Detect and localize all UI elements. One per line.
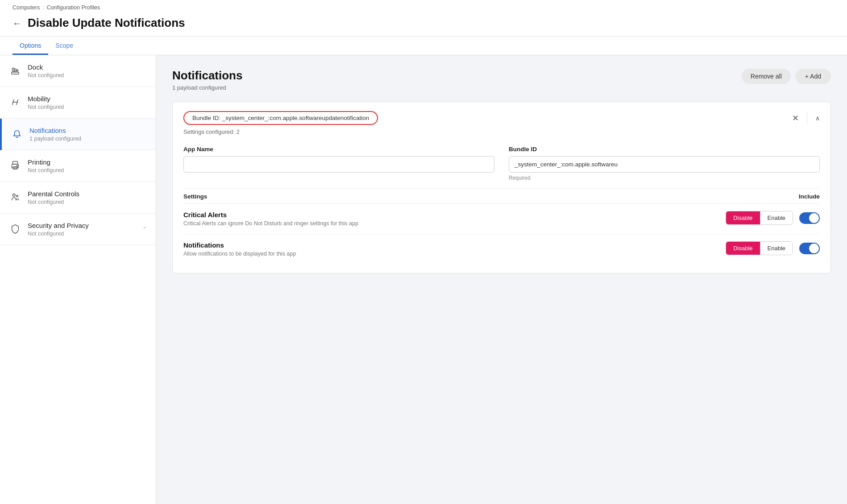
critical-alerts-row: Critical Alerts Critical Alerts can igno… — [183, 203, 820, 234]
required-text: Required — [509, 175, 820, 181]
notifications-toggle-knob — [809, 244, 819, 253]
breadcrumb-separator: : — [42, 4, 44, 11]
security-subtitle: Not configured — [28, 231, 136, 237]
toggle-knob — [809, 213, 819, 223]
svg-rect-1 — [12, 68, 14, 71]
header: Computers : Configuration Profiles ← Dis… — [0, 0, 847, 37]
form-row: App Name Bundle ID Required — [183, 142, 820, 181]
section-title-block: Notifications 1 payload configured — [172, 69, 242, 91]
add-button[interactable]: + Add — [795, 69, 831, 84]
notifications-toggle[interactable] — [799, 243, 820, 254]
svg-rect-3 — [17, 70, 18, 71]
title-row: ← Disable Update Notifications — [12, 13, 835, 36]
settings-count: Settings configured: 2 — [183, 128, 820, 135]
parental-controls-item-text: Parental Controls Not configured — [28, 190, 147, 205]
tab-options[interactable]: Options — [12, 37, 48, 55]
bundle-id-group: Bundle ID Required — [509, 146, 820, 181]
sidebar-item-mobility[interactable]: Mobility Not configured — [0, 87, 156, 119]
bundle-id-label: Bundle ID — [509, 146, 820, 153]
section-subtitle: 1 payload configured — [172, 84, 242, 91]
svg-point-12 — [17, 195, 18, 197]
breadcrumb: Computers : Configuration Profiles — [12, 0, 835, 13]
critical-alerts-title: Critical Alerts — [183, 211, 726, 219]
svg-rect-0 — [12, 72, 19, 74]
notifications-disable-button[interactable]: Disable — [726, 242, 760, 255]
sidebar-item-printing[interactable]: Printing Not configured — [0, 150, 156, 182]
app-name-label: App Name — [183, 146, 494, 153]
printing-subtitle: Not configured — [28, 167, 147, 174]
notifications-title: Notifications — [29, 127, 147, 134]
sidebar-item-dock[interactable]: Dock Not configured — [0, 55, 156, 87]
notifications-setting-inner: Notifications Allow notifications to be … — [183, 241, 820, 257]
dock-subtitle: Not configured — [28, 72, 147, 78]
printing-title: Printing — [28, 158, 147, 166]
section-header: Notifications 1 payload configured Remov… — [172, 69, 831, 91]
mobility-item-text: Mobility Not configured — [28, 95, 147, 110]
tab-scope[interactable]: Scope — [48, 37, 80, 55]
dock-item-text: Dock Not configured — [28, 63, 147, 78]
settings-table-header: Settings Include — [183, 188, 820, 203]
parental-controls-subtitle: Not configured — [28, 199, 147, 205]
critical-alerts-disable-button[interactable]: Disable — [726, 211, 760, 224]
parental-controls-icon — [9, 191, 21, 203]
mobility-title: Mobility — [28, 95, 147, 103]
sidebar: Dock Not configured Mobility Not configu… — [0, 55, 156, 504]
sidebar-item-parental-controls[interactable]: Parental Controls Not configured — [0, 182, 156, 214]
critical-alerts-enable-button[interactable]: Enable — [760, 211, 793, 224]
breadcrumb-computers: Computers — [12, 4, 40, 11]
notifications-setting-right: Disable Enable — [726, 241, 820, 255]
section-title: Notifications — [172, 69, 242, 83]
sidebar-item-security-privacy[interactable]: Security and Privacy Not configured ⌄ — [0, 214, 156, 245]
critical-alerts-inner: Critical Alerts Critical Alerts can igno… — [183, 211, 820, 227]
payload-card: Bundle ID: _system_center_:com.apple.sof… — [172, 102, 831, 273]
notifications-item-text: Notifications 1 payload configured — [29, 127, 147, 142]
notifications-setting-row: Notifications Allow notifications to be … — [183, 234, 820, 264]
tabs-bar: Options Scope — [0, 37, 847, 55]
notifications-setting-desc: Allow notifications to be displayed for … — [183, 251, 726, 257]
close-icon[interactable]: ✕ — [792, 113, 799, 123]
svg-point-10 — [17, 165, 18, 166]
settings-col-label: Settings — [183, 193, 207, 200]
bundle-id-input[interactable] — [509, 156, 820, 173]
mobility-subtitle: Not configured — [28, 104, 147, 110]
svg-rect-2 — [14, 69, 16, 71]
security-icon — [9, 223, 21, 235]
chevron-up-icon[interactable]: ∧ — [815, 115, 820, 122]
main-layout: Dock Not configured Mobility Not configu… — [0, 55, 847, 504]
critical-alerts-dis-en-group: Disable Enable — [726, 211, 793, 225]
critical-alerts-toggle[interactable] — [799, 212, 820, 224]
notifications-setting-title: Notifications — [183, 241, 726, 249]
security-title: Security and Privacy — [28, 222, 136, 229]
remove-all-button[interactable]: Remove all — [742, 69, 791, 84]
notifications-setting-left: Notifications Allow notifications to be … — [183, 241, 726, 257]
vertical-divider — [807, 113, 807, 124]
app-name-input[interactable] — [183, 156, 494, 173]
page-title: Disable Update Notifications — [28, 16, 185, 30]
critical-alerts-left: Critical Alerts Critical Alerts can igno… — [183, 211, 726, 227]
mobility-icon — [9, 96, 21, 108]
header-actions: Remove all + Add — [742, 69, 831, 84]
printing-item-text: Printing Not configured — [28, 158, 147, 174]
dock-title: Dock — [28, 63, 147, 71]
critical-alerts-right: Disable Enable — [726, 211, 820, 225]
bundle-id-pill[interactable]: Bundle ID: _system_center_:com.apple.sof… — [183, 111, 378, 125]
critical-alerts-desc: Critical Alerts can ignore Do Not Distur… — [183, 220, 726, 227]
bundle-actions: ✕ ∧ — [792, 113, 820, 124]
parental-controls-title: Parental Controls — [28, 190, 147, 198]
security-item-text: Security and Privacy Not configured — [28, 222, 136, 237]
content-area: Notifications 1 payload configured Remov… — [156, 55, 847, 504]
notifications-enable-button[interactable]: Enable — [760, 242, 793, 255]
svg-rect-7 — [13, 161, 18, 164]
breadcrumb-config-profiles: Configuration Profiles — [47, 4, 100, 11]
dock-icon — [9, 64, 21, 77]
sidebar-item-notifications[interactable]: Notifications 1 payload configured — [0, 119, 156, 150]
notifications-dis-en-group: Disable Enable — [726, 241, 793, 255]
include-col-label: Include — [799, 193, 820, 200]
back-button[interactable]: ← — [12, 19, 21, 28]
svg-point-11 — [13, 194, 16, 197]
notifications-icon — [11, 128, 23, 140]
chevron-down-icon: ⌄ — [142, 223, 147, 230]
app-name-group: App Name — [183, 146, 494, 181]
printing-icon — [9, 159, 21, 172]
bundle-row: Bundle ID: _system_center_:com.apple.sof… — [183, 111, 820, 125]
